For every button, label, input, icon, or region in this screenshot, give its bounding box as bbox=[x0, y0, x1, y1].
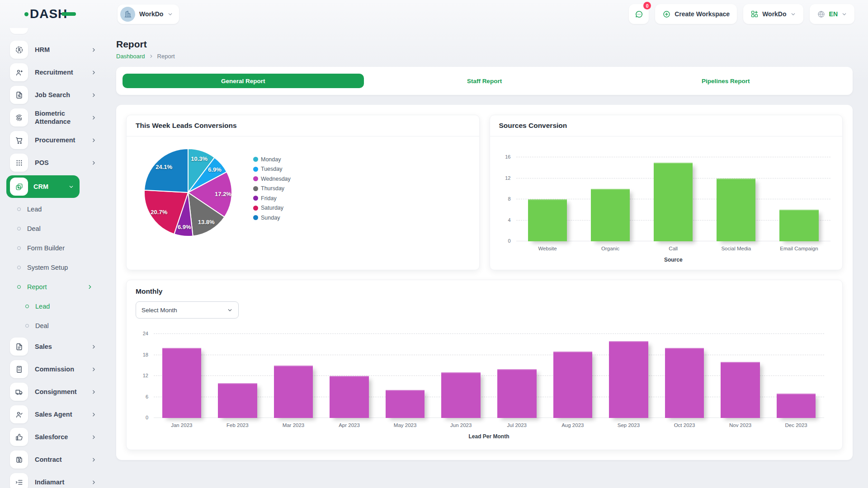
sidebar-item-procurement[interactable]: Procurement bbox=[0, 129, 104, 151]
sidebar-item-salesforce[interactable]: Salesforce bbox=[0, 426, 104, 448]
chevron-right-icon bbox=[91, 47, 97, 53]
sidebar-subitem-deal[interactable]: Deal bbox=[0, 316, 104, 335]
sidebar-item-pos[interactable]: POS bbox=[0, 151, 104, 174]
breadcrumb-dashboard-link[interactable]: Dashboard bbox=[116, 53, 145, 60]
sales-agent-icon bbox=[10, 405, 28, 423]
bar-jun-2023 bbox=[441, 372, 481, 418]
x-tick-label: May 2023 bbox=[377, 422, 433, 428]
x-axis-labels: Jan 2023Feb 2023Mar 2023Apr 2023May 2023… bbox=[154, 422, 824, 428]
bar-slot bbox=[656, 334, 712, 418]
bar-slot bbox=[489, 334, 545, 418]
bar-aug-2023 bbox=[553, 352, 593, 418]
bar-may-2023 bbox=[386, 390, 425, 418]
y-tick-label: 8 bbox=[508, 196, 510, 202]
grid-plus-icon bbox=[750, 10, 759, 18]
legend-label: Friday bbox=[261, 195, 277, 202]
sidebar-item-recruitment[interactable]: Recruitment bbox=[0, 61, 104, 84]
bar-slot bbox=[377, 334, 433, 418]
x-axis-title: Source bbox=[516, 257, 831, 263]
sidebar-subitem-label: Lead bbox=[35, 303, 50, 310]
create-workspace-label: Create Workspace bbox=[675, 10, 730, 18]
y-tick-label: 6 bbox=[146, 394, 148, 399]
legend-item-tuesday[interactable]: Tuesday bbox=[253, 164, 291, 174]
chevron-right-icon bbox=[91, 366, 97, 372]
sidebar-item-sales-agent[interactable]: Sales Agent bbox=[0, 403, 104, 426]
language-selector[interactable]: EN bbox=[810, 4, 854, 24]
sidebar-item-label: Indiamart bbox=[35, 478, 84, 486]
bullet-icon bbox=[17, 207, 21, 211]
sidebar-item-indiamart[interactable]: Indiamart bbox=[0, 471, 104, 488]
logo-dot-icon bbox=[24, 12, 28, 16]
tab-pipelines-report[interactable]: Pipelines Report bbox=[605, 74, 846, 88]
legend-label: Monday bbox=[261, 156, 281, 163]
chevron-right-icon bbox=[91, 70, 97, 75]
sidebar-item-label: Commission bbox=[35, 365, 84, 373]
pie-value-label: 17.2% bbox=[215, 191, 231, 197]
y-tick-label: 16 bbox=[505, 154, 510, 160]
messages-button[interactable]: 0 bbox=[629, 4, 649, 24]
pie-value-label: 24.1% bbox=[156, 164, 172, 170]
y-tick-label: 24 bbox=[143, 331, 148, 336]
sources-card-title: Sources Conversion bbox=[490, 115, 843, 136]
salesforce-icon bbox=[10, 428, 28, 446]
plus-circle-icon bbox=[662, 10, 671, 19]
bar-slot bbox=[545, 334, 601, 418]
chevron-down-icon bbox=[68, 184, 74, 190]
sidebar-subitem-lead[interactable]: Lead bbox=[0, 199, 104, 219]
messages-badge: 0 bbox=[643, 2, 651, 9]
y-tick-label: 0 bbox=[146, 415, 148, 420]
sidebar-subitem-form-builder[interactable]: Form Builder bbox=[0, 238, 104, 258]
sidebar-item-job-search[interactable]: Job Search bbox=[0, 84, 104, 106]
sidebar-subitem-report[interactable]: Report bbox=[0, 277, 104, 296]
week-leads-card: This Week Leads Conversions 10.3%6.9%17.… bbox=[126, 115, 480, 270]
sidebar-subitem-system-setup[interactable]: System Setup bbox=[0, 258, 104, 277]
legend-item-friday[interactable]: Friday bbox=[253, 193, 291, 203]
legend-dot-icon bbox=[253, 157, 258, 162]
legend-item-thursday[interactable]: Thursday bbox=[253, 184, 291, 194]
y-tick-label: 12 bbox=[505, 175, 510, 181]
sidebar-subitem-lead[interactable]: Lead bbox=[0, 296, 104, 316]
workspace-selector[interactable]: WorkDo bbox=[118, 5, 179, 24]
x-tick-label: Aug 2023 bbox=[545, 422, 601, 428]
sidebar-item-hrm[interactable]: HRM bbox=[0, 38, 104, 61]
x-tick-label: Jul 2023 bbox=[489, 422, 545, 428]
sidebar-item-commission[interactable]: Commission bbox=[0, 358, 104, 380]
bar-jul-2023 bbox=[497, 369, 537, 418]
sidebar-item-sales[interactable]: Sales bbox=[0, 335, 104, 358]
tab-staff-report[interactable]: Staff Report bbox=[364, 74, 605, 88]
sidebar-item-label: Biometric Attendance bbox=[35, 109, 84, 126]
x-axis-labels: WebsiteOrganicCallSocial MediaEmail Camp… bbox=[516, 246, 831, 251]
month-select[interactable]: Select Month bbox=[136, 301, 239, 319]
app-switcher-button[interactable]: WorkDo bbox=[743, 4, 803, 24]
legend-item-wednesday[interactable]: Wednesday bbox=[253, 174, 291, 184]
main-content: Report Dashboard Report General ReportSt… bbox=[104, 28, 868, 488]
bar-social-media bbox=[717, 178, 755, 242]
plot-area: 0 6 12 18 24 bbox=[154, 334, 824, 418]
sources-bar-chart: 0 4 8 12 16 WebsiteOrganicCallSocial Med… bbox=[516, 157, 831, 263]
sidebar: HRM Recruitment Job Search Biometric Att… bbox=[0, 28, 104, 488]
x-tick-label: Oct 2023 bbox=[656, 422, 712, 428]
sidebar-item-biometric-attendance[interactable]: Biometric Attendance bbox=[0, 106, 104, 129]
sidebar-item-consignment[interactable]: Consignment bbox=[0, 380, 104, 403]
legend-item-monday[interactable]: Monday bbox=[253, 155, 291, 164]
y-tick-label: 0 bbox=[508, 238, 510, 244]
app-logo[interactable]: DASH bbox=[24, 7, 76, 21]
chevron-right-icon bbox=[87, 284, 93, 290]
bullet-icon bbox=[17, 266, 21, 269]
monthly-card-header: Monthly Select Month bbox=[127, 280, 842, 319]
tab-general-report[interactable]: General Report bbox=[123, 74, 364, 88]
legend-item-saturday[interactable]: Saturday bbox=[253, 203, 291, 213]
create-workspace-button[interactable]: Create Workspace bbox=[655, 4, 737, 24]
bar-slot bbox=[210, 334, 266, 418]
bar-slot bbox=[579, 157, 642, 241]
bar-email-campaign bbox=[779, 210, 818, 241]
sidebar-item-contract[interactable]: Contract bbox=[0, 448, 104, 471]
breadcrumb-chevron-icon bbox=[149, 54, 154, 59]
bar-dec-2023 bbox=[777, 394, 816, 418]
sidebar-item-crm[interactable]: CRM bbox=[6, 175, 80, 198]
week-leads-chart-area: 10.3%6.9%17.2%13.8%6.9%20.7%24.1% Monday… bbox=[127, 136, 479, 238]
x-tick-label: Email Campaign bbox=[768, 246, 830, 251]
legend-item-sunday[interactable]: Sunday bbox=[253, 213, 291, 223]
sidebar-item-label: CRM bbox=[33, 183, 63, 191]
sidebar-subitem-deal[interactable]: Deal bbox=[0, 219, 104, 238]
